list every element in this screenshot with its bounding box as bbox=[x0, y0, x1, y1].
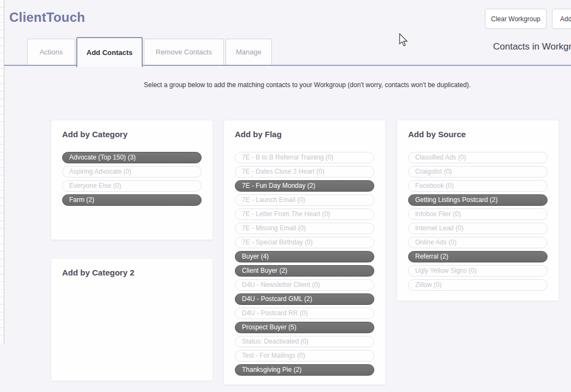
background-table-sliver bbox=[0, 0, 4, 344]
group-pill: 7E - Special Birthday (0) bbox=[235, 237, 374, 248]
group-pill: 7E - Dates Close 2 Heart (0) bbox=[235, 166, 374, 177]
group-pill: 7E - Missing Email (0) bbox=[235, 223, 374, 234]
group-pill[interactable]: D4U - Postcard GML (2) bbox=[235, 293, 374, 305]
group-pill: Online Ads (0) bbox=[408, 237, 548, 248]
tab-add-contacts[interactable]: Add Contacts bbox=[76, 37, 143, 67]
group-pill[interactable]: Advocate (Top 150) (3) bbox=[62, 152, 202, 163]
clienttouch-window: ClientTouch Clear Workgroup Add E Contac… bbox=[0, 0, 571, 392]
group-pill: Everyone Else (0) bbox=[62, 180, 202, 192]
add-by-source-panel: Add by Source Classified Ads (0)Craigsli… bbox=[397, 120, 559, 301]
group-pill: Test - For Mailings (0) bbox=[235, 350, 374, 362]
mouse-cursor-icon bbox=[399, 33, 409, 48]
page-title: ClientTouch bbox=[9, 10, 85, 25]
panel-title: Add by Source bbox=[397, 120, 558, 139]
clear-workgroup-button[interactable]: Clear Workgroup bbox=[485, 9, 546, 29]
group-pill: Infobox Flier (0) bbox=[408, 209, 548, 220]
add-email-button[interactable]: Add E bbox=[552, 9, 571, 29]
add-by-flag-panel: Add by Flag 7E - B to B Referral Trainin… bbox=[223, 120, 386, 385]
group-pill[interactable]: Farm (2) bbox=[62, 194, 202, 206]
group-pill: Facebook (0) bbox=[408, 180, 548, 192]
group-pill: 7E - Letter From The Heart (0) bbox=[235, 209, 374, 220]
tab-actions[interactable]: Actions bbox=[27, 39, 75, 65]
group-pill[interactable]: Referral (2) bbox=[408, 251, 548, 262]
panel-title: Add by Flag bbox=[224, 120, 385, 139]
contacts-in-workgroup-heading: Contacts in Workgr bbox=[493, 41, 571, 52]
group-pill: Status: Deactivated (0) bbox=[235, 336, 374, 347]
group-pill: D4U - Newsletter Client (0) bbox=[235, 279, 374, 291]
group-pill: Craigslist (0) bbox=[408, 166, 548, 177]
group-pill: Internet Lead (0) bbox=[408, 223, 548, 234]
group-pill: Aspiring Advocate (0) bbox=[62, 166, 202, 177]
source-pill-list: Classified Ads (0)Craigslist (0)Facebook… bbox=[397, 152, 558, 291]
tab-remove-contacts[interactable]: Remove Contacts bbox=[144, 39, 224, 65]
group-pill[interactable]: Getting Listings Postcard (2) bbox=[408, 194, 548, 206]
add-by-category-2-panel: Add by Category 2 bbox=[51, 258, 213, 381]
group-pill[interactable]: Buyer (4) bbox=[235, 251, 374, 262]
group-pill: Ugly Yellow Signs (0) bbox=[408, 265, 548, 277]
group-pill[interactable]: 7E - Fun Day Monday (2) bbox=[235, 180, 374, 192]
group-pill: Classified Ads (0) bbox=[408, 152, 548, 163]
panel-title: Add by Category bbox=[51, 120, 212, 139]
group-pill: 7E - B to B Referral Training (0) bbox=[235, 152, 374, 163]
add-by-category-panel: Add by Category Advocate (Top 150) (3)As… bbox=[51, 120, 213, 240]
group-pill: 7E - Launch Email (0) bbox=[235, 194, 374, 206]
tab-manage[interactable]: Manage bbox=[226, 39, 272, 65]
panel-title: Add by Category 2 bbox=[51, 259, 212, 277]
group-pill: Zillow (0) bbox=[408, 279, 548, 291]
instruction-text: Select a group below to add the matching… bbox=[4, 81, 571, 89]
group-pill[interactable]: Prospect Buyer (5) bbox=[235, 322, 374, 333]
group-pill[interactable]: Thanksgiving Pie (2) bbox=[235, 364, 374, 376]
flag-pill-list: 7E - B to B Referral Training (0)7E - Da… bbox=[224, 152, 385, 376]
group-pill: D4U - Postcard RR (0) bbox=[235, 308, 374, 319]
group-pill[interactable]: Client Buyer (2) bbox=[235, 265, 374, 277]
category-pill-list: Advocate (Top 150) (3)Aspiring Advocate … bbox=[51, 152, 212, 206]
